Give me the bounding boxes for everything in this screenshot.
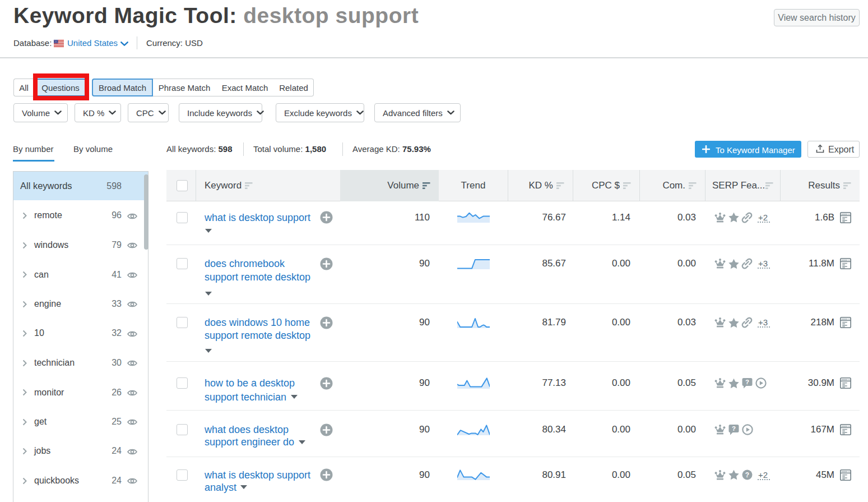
svg-text:?: ? — [745, 471, 749, 479]
svg-text:?: ? — [745, 379, 749, 385]
svg-text:?: ? — [732, 425, 736, 432]
